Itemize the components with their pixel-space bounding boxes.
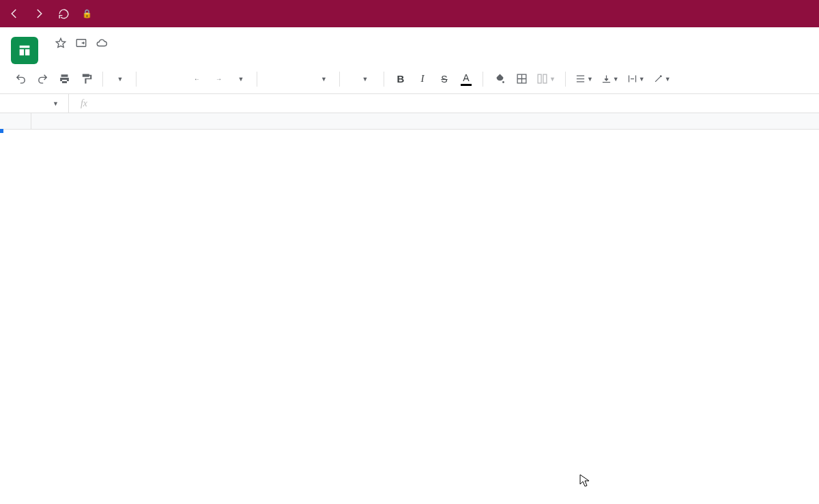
fill-color-button[interactable] bbox=[490, 70, 509, 89]
font-select[interactable]: ▼ bbox=[264, 70, 332, 89]
select-all-corner[interactable] bbox=[0, 113, 31, 129]
back-icon[interactable] bbox=[8, 8, 20, 20]
sheets-logo[interactable] bbox=[11, 37, 38, 64]
address-bar[interactable]: 🔒 bbox=[82, 9, 99, 18]
reload-icon[interactable] bbox=[57, 8, 70, 20]
h-align-button[interactable]: ▼ bbox=[573, 70, 596, 89]
doc-header bbox=[0, 27, 819, 64]
italic-button[interactable]: I bbox=[413, 70, 432, 89]
redo-button[interactable] bbox=[33, 70, 52, 89]
svg-rect-4 bbox=[543, 74, 547, 83]
svg-rect-3 bbox=[538, 74, 541, 83]
lock-icon: 🔒 bbox=[82, 9, 92, 18]
font-size-select[interactable]: ▼ bbox=[347, 70, 377, 89]
percent-button[interactable] bbox=[165, 70, 184, 89]
decrease-decimal-button[interactable]: ← bbox=[187, 70, 206, 89]
name-box[interactable]: ▼ bbox=[0, 94, 68, 113]
fx-icon: fx bbox=[69, 98, 99, 109]
svg-point-1 bbox=[502, 81, 504, 83]
more-formats-button[interactable]: ▼ bbox=[231, 70, 250, 89]
star-icon[interactable] bbox=[55, 37, 67, 49]
cursor-icon bbox=[579, 474, 590, 490]
print-button[interactable] bbox=[55, 70, 74, 89]
rotate-button[interactable]: ▼ bbox=[650, 70, 674, 89]
move-icon[interactable] bbox=[75, 37, 87, 49]
paint-format-button[interactable] bbox=[76, 70, 96, 89]
toolbar: ▼ ← → ▼ ▼ ▼ B I S A ▼ ▼ ▼ ▼ ▼ bbox=[0, 64, 819, 94]
formula-bar: ▼ fx bbox=[0, 94, 819, 113]
browser-bar: 🔒 bbox=[0, 0, 819, 27]
strikethrough-button[interactable]: S bbox=[435, 70, 454, 89]
v-align-button[interactable]: ▼ bbox=[599, 70, 622, 89]
currency-button[interactable] bbox=[143, 70, 162, 89]
undo-button[interactable] bbox=[11, 70, 30, 89]
bold-button[interactable]: B bbox=[391, 70, 410, 89]
svg-rect-0 bbox=[76, 40, 86, 47]
formula-input[interactable] bbox=[99, 94, 819, 113]
spreadsheet-grid bbox=[0, 113, 819, 130]
wrap-button[interactable]: ▼ bbox=[624, 70, 648, 89]
cloud-icon[interactable] bbox=[96, 37, 108, 49]
text-color-button[interactable]: A bbox=[457, 70, 476, 89]
merge-button[interactable]: ▼ bbox=[534, 70, 558, 89]
borders-button[interactable] bbox=[512, 70, 531, 89]
forward-icon[interactable] bbox=[33, 8, 45, 20]
increase-decimal-button[interactable]: → bbox=[209, 70, 228, 89]
zoom-select[interactable]: ▼ bbox=[110, 70, 129, 89]
active-cell-outline bbox=[0, 130, 3, 132]
